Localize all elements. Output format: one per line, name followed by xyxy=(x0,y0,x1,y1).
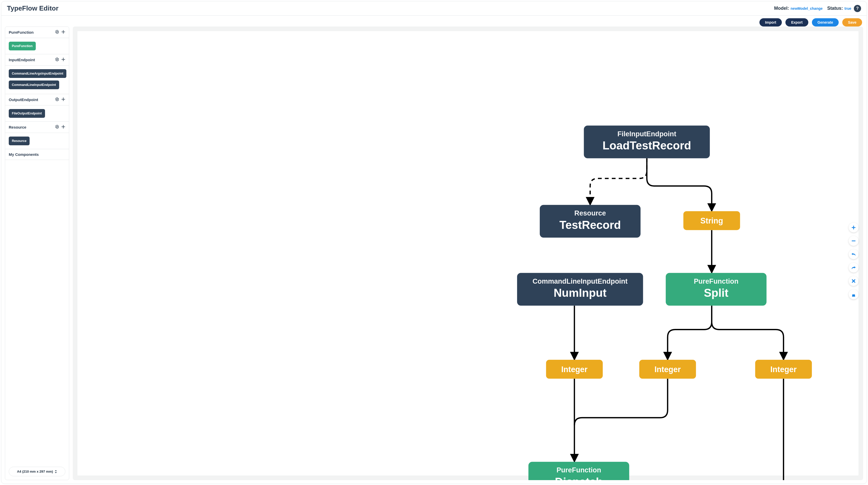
model-label: Model: xyxy=(774,6,789,11)
zoom-out-button[interactable] xyxy=(849,236,859,246)
toolbar: Import Export Generate Save xyxy=(1,16,867,27)
svg-point-1 xyxy=(57,59,58,60)
svg-point-3 xyxy=(57,126,58,127)
undo-icon xyxy=(851,253,856,256)
edge[interactable] xyxy=(712,305,784,360)
plus-icon xyxy=(61,97,65,101)
palette-chip[interactable]: PureFunction xyxy=(9,42,36,51)
svg-text:CommandLineInputEndpoint: CommandLineInputEndpoint xyxy=(532,278,627,285)
svg-text:LoadTestRecord: LoadTestRecord xyxy=(602,139,691,152)
palette-group-title: OutputEndpoint xyxy=(9,97,38,102)
status-label: Status: xyxy=(827,6,843,11)
zoom-in-button[interactable] xyxy=(849,223,859,232)
palette-group-header[interactable]: My Components xyxy=(5,149,69,160)
delete-button[interactable] xyxy=(849,276,859,286)
palette-chip[interactable]: CommandLineInputEndpoint xyxy=(9,80,59,89)
x-icon xyxy=(851,279,856,283)
svg-text:Resource: Resource xyxy=(575,209,606,217)
app-title: TypeFlow Editor xyxy=(7,4,58,12)
palette-group-title: InputEndpoint xyxy=(9,58,35,62)
gear-icon xyxy=(55,30,59,34)
help-button[interactable]: ? xyxy=(854,5,861,12)
sort-icon xyxy=(55,470,57,473)
gear-icon xyxy=(55,125,59,129)
paper-size-select[interactable]: A4 (210 mm x 297 mm) xyxy=(9,467,65,476)
plus-icon xyxy=(61,125,65,129)
group-settings-button[interactable] xyxy=(55,125,59,130)
edge[interactable] xyxy=(647,158,712,212)
svg-text:String: String xyxy=(700,216,723,225)
svg-point-2 xyxy=(57,99,58,100)
type-tag[interactable]: Integer xyxy=(755,360,812,379)
palette-chip[interactable]: CommandLineArgsInputEndpoint xyxy=(9,69,66,78)
svg-text:FileInputEndpoint: FileInputEndpoint xyxy=(617,130,676,138)
broom-icon xyxy=(851,292,856,297)
clear-button[interactable] xyxy=(849,290,859,299)
group-add-button[interactable] xyxy=(61,30,65,35)
edge[interactable] xyxy=(668,305,712,360)
group-settings-button[interactable] xyxy=(55,30,59,35)
status-value[interactable]: true xyxy=(845,6,851,10)
group-add-button[interactable] xyxy=(61,97,65,102)
group-add-button[interactable] xyxy=(61,125,65,130)
graph-node[interactable]: PureFunctionDispatch xyxy=(528,462,629,480)
svg-text:Integer: Integer xyxy=(654,365,681,374)
canvas[interactable]: FileInputEndpointLoadTestRecordResourceT… xyxy=(73,27,863,480)
palette-group-title: PureFunction xyxy=(9,30,34,34)
palette-group-header[interactable]: Resource xyxy=(5,121,69,133)
redo-button[interactable] xyxy=(849,263,859,272)
undo-button[interactable] xyxy=(849,250,859,259)
graph-node[interactable]: FileInputEndpointLoadTestRecord xyxy=(584,126,710,158)
plus-icon xyxy=(851,226,856,230)
gear-icon xyxy=(55,97,59,101)
minus-icon xyxy=(851,239,856,243)
svg-point-0 xyxy=(57,31,58,32)
save-button[interactable]: Save xyxy=(842,18,862,27)
palette-chip[interactable]: Resource xyxy=(9,136,30,145)
group-settings-button[interactable] xyxy=(55,97,59,102)
paper-size-label: A4 (210 mm x 297 mm) xyxy=(17,470,53,474)
plus-icon xyxy=(61,30,65,34)
plus-icon xyxy=(61,57,65,61)
svg-text:NumInput: NumInput xyxy=(554,287,607,299)
palette-group-header[interactable]: OutputEndpoint xyxy=(5,94,69,105)
palette-chip[interactable]: FileOutputEndpoint xyxy=(9,109,45,118)
svg-text:TestRecord: TestRecord xyxy=(559,219,621,231)
redo-icon xyxy=(851,266,856,269)
group-settings-button[interactable] xyxy=(55,57,59,62)
palette-group-title: My Components xyxy=(9,152,39,157)
palette-group-header[interactable]: InputEndpoint xyxy=(5,54,69,66)
graph-node[interactable]: ResourceTestRecord xyxy=(540,205,641,237)
export-button[interactable]: Export xyxy=(785,18,808,27)
palette-group-title: Resource xyxy=(9,125,26,129)
gear-icon xyxy=(55,57,59,61)
type-tag[interactable]: Integer xyxy=(546,360,603,379)
svg-text:Integer: Integer xyxy=(771,365,797,374)
type-tag[interactable]: Integer xyxy=(639,360,696,379)
svg-text:PureFunction: PureFunction xyxy=(556,466,601,474)
import-button[interactable]: Import xyxy=(760,18,782,27)
group-add-button[interactable] xyxy=(61,57,65,62)
palette-group-header[interactable]: PureFunction xyxy=(5,27,69,38)
graph-node[interactable]: PureFunctionSplit xyxy=(666,273,767,305)
svg-text:PureFunction: PureFunction xyxy=(694,278,739,285)
model-name-link[interactable]: newModel_change xyxy=(790,6,823,10)
edge[interactable] xyxy=(590,158,647,205)
edge[interactable] xyxy=(575,379,668,425)
svg-text:Split: Split xyxy=(704,287,728,299)
graph-node[interactable]: CommandLineInputEndpointNumInput xyxy=(517,273,643,305)
generate-button[interactable]: Generate xyxy=(812,18,839,27)
svg-text:Dispatch: Dispatch xyxy=(555,476,603,480)
svg-text:Integer: Integer xyxy=(561,365,588,374)
type-tag[interactable]: String xyxy=(683,211,740,230)
component-palette: PureFunctionPureFunctionInputEndpointCom… xyxy=(5,27,69,480)
